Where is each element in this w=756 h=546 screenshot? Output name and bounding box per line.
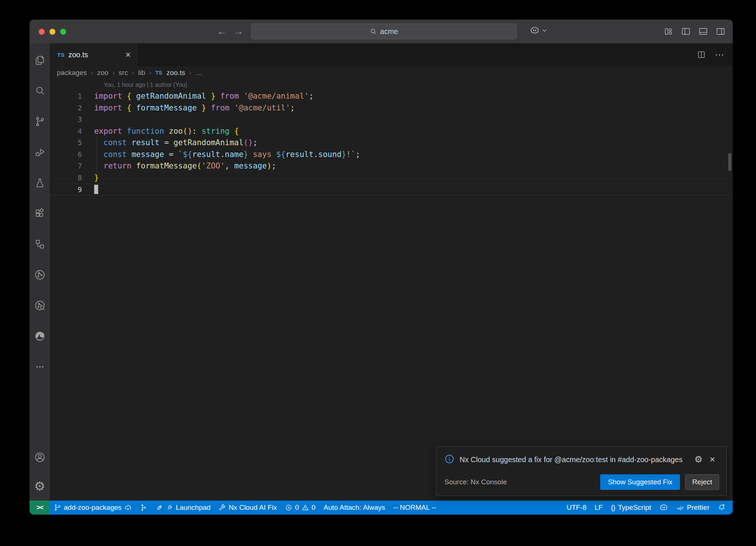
status-bar-fill [440,501,563,515]
language-status-item[interactable]: {} TypeScript [607,501,655,515]
copilot-menu-button[interactable] [530,25,547,35]
problems-status-item[interactable]: 0 0 [281,501,319,515]
formatter-status-item[interactable]: Prettier [672,501,714,515]
auto-attach-label: Auto Attach: Always [323,504,385,512]
launchpad-status-item[interactable]: Launchpad [151,501,214,515]
scrollbar-thumb[interactable] [728,153,731,171]
notifications-status-item[interactable] [714,501,730,515]
encoding-status-item[interactable]: UTF-8 [563,501,591,515]
source-control-icon[interactable] [30,106,50,137]
wrench-icon [219,504,226,511]
editor-group: TS zoo.ts ✕ ⋯ packages [50,43,733,501]
code-line-6[interactable]: 6 const message = `${result.name} says $… [50,149,733,161]
breadcrumb: packages › zoo › src › lib › TS zoo.ts ›… [50,66,733,79]
tab-close-icon[interactable]: ✕ [125,51,131,59]
branch-status-item[interactable]: add-zoo-packages [50,501,136,515]
error-icon [285,504,292,511]
branch-name: add-zoo-packages [64,504,121,512]
code-text: const message = `${result.name} says ${r… [82,149,360,161]
code-text [82,114,94,126]
toggle-primary-sidebar-icon[interactable] [681,27,691,36]
auto-attach-status-item[interactable]: Auto Attach: Always [319,501,389,515]
tab-label: zoo.ts [68,51,88,59]
text-cursor [94,185,98,194]
vim-mode-status-item[interactable]: -- NORMAL -- [389,501,440,515]
navigate-forward-button[interactable]: → [233,25,243,38]
window-minimize-button[interactable] [49,29,55,35]
toggle-panel-icon[interactable] [698,27,708,36]
account-icon[interactable] [30,443,50,472]
encoding-label: UTF-8 [567,504,587,512]
edge-tools-icon[interactable] [30,321,50,351]
eol-status-item[interactable]: LF [591,501,607,515]
line-number: 5 [50,137,82,149]
breadcrumb-lib[interactable]: lib [138,69,145,77]
rocket-icon [155,504,163,512]
breadcrumb-file[interactable]: zoo.ts [166,69,185,77]
copilot-status-item[interactable] [655,501,672,515]
nx-cloud-fix-status-item[interactable]: Nx Cloud AI Fix [214,501,281,515]
error-count: 0 [295,504,299,512]
git-graph-icon [140,504,147,511]
breadcrumb-more[interactable]: … [195,69,202,77]
code-line-2[interactable]: 2import { formatMessage } from '@acme/ut… [50,102,733,114]
testing-icon[interactable] [30,167,50,198]
window-close-button[interactable] [39,29,45,35]
tab-bar: TS zoo.ts ✕ ⋯ [50,43,733,66]
code-line-1[interactable]: 1import { getRandomAnimal } from '@acme/… [50,91,733,102]
split-editor-icon[interactable] [697,50,706,59]
window-zoom-button[interactable] [60,29,66,35]
breadcrumb-separator: › [132,69,134,76]
command-center-search[interactable]: acme [251,24,517,39]
tab-zoo-ts[interactable]: TS zoo.ts ✕ [50,43,137,66]
notification-close-icon[interactable]: ✕ [709,455,715,464]
more-actions-icon[interactable]: ⋯ [715,51,725,58]
titlebar: ← → acme [30,20,733,43]
search-icon[interactable] [30,75,50,106]
code-line-5[interactable]: 5 const result = getRandomAnimal(); [50,137,733,149]
toggle-secondary-sidebar-icon[interactable] [716,27,725,36]
settings-gear-icon[interactable]: ⚙ [30,472,50,501]
show-suggested-fix-button[interactable]: Show Suggested Fix [600,474,680,490]
breadcrumb-src[interactable]: src [118,69,128,77]
code-line-9[interactable]: 9 [50,184,733,195]
notification-settings-gear-icon[interactable]: ⚙ [694,455,702,464]
line-number: 7 [50,160,82,172]
code-line-8[interactable]: 8} [50,172,733,184]
search-value: acme [380,27,398,36]
code-line-7[interactable]: 7 return formatMessage('ZOO', message); [50,160,733,172]
code-text: import { getRandomAnimal } from '@acme/a… [82,91,313,102]
line-number: 6 [50,149,82,161]
nx-cloud-icon[interactable] [30,290,50,321]
nx-fix-label: Nx Cloud AI Fix [228,504,277,512]
git-graph-status-item[interactable] [136,501,151,515]
warning-icon [302,504,309,511]
code-text: const result = getRandomAnimal(); [82,137,258,149]
line-number: 9 [50,184,82,195]
main-area: ⚙ TS zoo.ts ✕ [30,43,733,501]
extensions-icon[interactable] [30,198,50,229]
status-bar: >< add-zoo-packages [30,501,733,515]
double-check-icon [676,504,684,512]
code-line-4[interactable]: 4export function zoo(): string { [50,126,733,137]
bell-icon [718,504,726,512]
navigate-back-button[interactable]: ← [217,25,227,38]
remote-indicator[interactable]: >< [30,501,50,515]
customize-layout-icon[interactable] [664,27,673,36]
code-text: return formatMessage('ZOO', message); [82,160,276,172]
screen: ← → acme [0,0,756,546]
remote-icon: >< [37,504,43,512]
explorer-icon[interactable] [30,45,50,75]
breadcrumb-packages[interactable]: packages [57,69,87,77]
line-number: 1 [50,91,82,102]
nx-console-icon[interactable] [30,259,50,290]
more-icon[interactable] [30,351,50,382]
line-number: 3 [50,114,82,126]
code-line-3[interactable]: 3 [50,114,733,126]
run-and-debug-icon[interactable] [30,137,50,167]
breadcrumb-zoo[interactable]: zoo [97,69,109,77]
vim-mode-label: -- NORMAL -- [393,504,436,512]
references-icon[interactable] [30,229,50,259]
editor[interactable]: You, 1 hour ago | 1 author (You) 1import… [50,79,733,501]
reject-button[interactable]: Reject [685,474,719,490]
